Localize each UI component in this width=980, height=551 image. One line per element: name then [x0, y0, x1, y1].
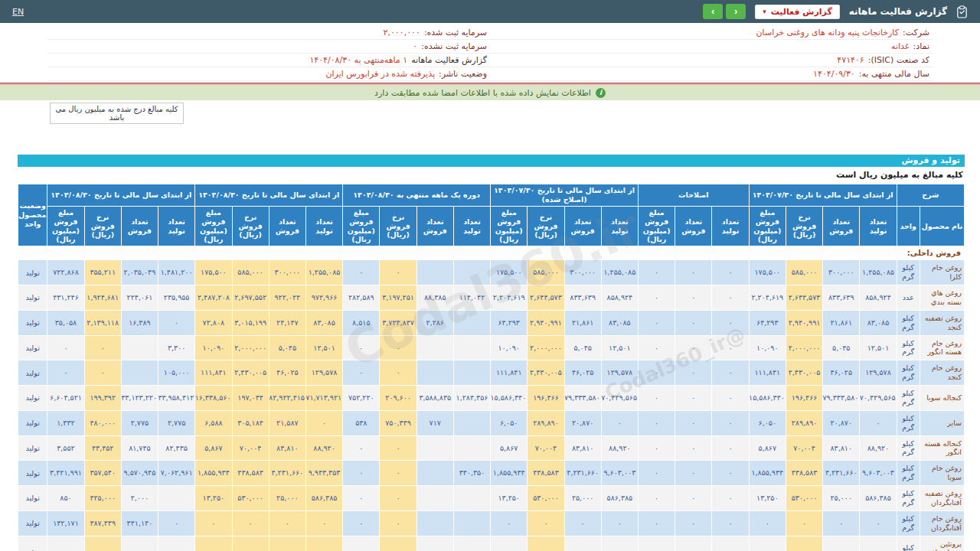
- value-cell: ۸,۵۱۵: [343, 310, 380, 335]
- value-cell: ۱۶,۳۳۸,۵۶۰: [195, 386, 232, 411]
- value-cell: ۳۷۷,۸۸۲: [786, 536, 822, 551]
- unit-cell: کیلو گرم: [897, 410, 920, 435]
- product-name-cell: روغن خام کنجد: [920, 360, 964, 386]
- product-name-header: نام محصول: [920, 206, 964, 246]
- value-cell: ۰: [528, 510, 564, 536]
- status-cell: تولید: [18, 335, 47, 360]
- metric-header: تعداد تولید: [712, 206, 749, 246]
- table-row: کنجاله سویاکیلو گرم۷۰,۴۲۹,۵۶۵۷۹,۳۳۳,۵۸۰۱…: [18, 386, 965, 411]
- value-cell: ۰: [675, 285, 712, 311]
- value-cell: ۰: [712, 285, 749, 311]
- category-label: فروش داخلی:: [18, 246, 965, 260]
- metric-header: نرخ فروش (ریال): [84, 206, 121, 246]
- value-cell: ۲,۶۹۷,۵۵۲: [232, 285, 269, 311]
- info-cell-report-period: گزارش فعالیت ماهانه ۱ ماهه‌منتهی به ۱۴۰۴…: [47, 54, 490, 66]
- value-cell: ۰: [380, 486, 416, 511]
- value-cell: ۰: [823, 510, 860, 536]
- value-cell: ۴,۲۳۱,۶۶۰: [269, 461, 305, 486]
- value-cell: ۰: [305, 510, 342, 536]
- value-cell: ۶۴,۲۹۳: [749, 310, 786, 335]
- value-cell: ۸۲,۴۳۵: [158, 435, 195, 461]
- value-cell: ۱۵,۵۸۶,۳۴۰: [491, 386, 528, 411]
- value-cell: ۵,۰۴۵: [823, 335, 860, 360]
- unit-note-box: کلیه مبالغ درج شده به میلیون ریال می باش…: [50, 103, 184, 124]
- value-cell: ۰: [712, 410, 749, 435]
- value-cell: ۳۰۰,۰۰۰: [564, 260, 601, 285]
- info-value: ۱ ماهه‌منتهی به ۱۴۰۴/۰۸/۳۰: [309, 55, 407, 65]
- value-cell: [453, 260, 490, 285]
- value-cell: ۵۷۲,۳۵۶: [823, 536, 860, 551]
- value-cell: ۵۳۸: [343, 410, 380, 435]
- metric-header: نرخ فروش (ریال): [380, 206, 416, 246]
- info-cell-fiscal-year: سال مالی منتهی به: ۱۴۰۴/۰۹/۳۰: [490, 68, 933, 80]
- value-cell: ۰: [786, 510, 822, 536]
- value-cell: ۲۰۹,۶۰۰: [380, 386, 416, 411]
- production-sales-table: شرحاز ابتدای سال مالی تا تاریخ ۱۴۰۴/۰۷/۳…: [18, 184, 965, 551]
- metric-header: تعداد تولید: [158, 206, 195, 246]
- value-cell: [121, 360, 158, 386]
- table-row: کنجاله هسته انگورکیلو گرم۸۸,۹۲۰۸۳,۸۱۰۷۰,…: [18, 435, 965, 461]
- value-cell: ۱۹۶,۴۶۶: [786, 386, 822, 411]
- status-cell: تولید: [18, 486, 47, 511]
- value-cell: ۸۳,۸۱۰: [564, 435, 601, 461]
- info-value: غدانه: [891, 41, 910, 51]
- value-cell: ۰: [712, 260, 749, 285]
- value-cell: ۸۳,۰۸۵: [601, 310, 638, 335]
- value-cell: ۰: [675, 260, 712, 285]
- next-report-button[interactable]: ‹: [726, 4, 746, 19]
- metric-header: تعداد تولید: [305, 206, 342, 246]
- value-cell: ۰: [269, 510, 305, 536]
- signature-match-banner: i اطلاعات نمایش داده شده با اطلاعات امضا…: [0, 85, 980, 100]
- page-title: گزارش فعالیت ماهانه: [849, 6, 947, 17]
- value-cell: ۵۳۰,۰۰۰: [528, 486, 564, 511]
- value-cell: ۱۲۹,۵۷۸: [601, 360, 638, 386]
- value-cell: ۵۷۲,۳۵۶: [564, 536, 601, 551]
- product-name-cell: روغن خام کلزا: [920, 260, 964, 285]
- value-cell: ۹,۶۰۳,۰۰۳: [601, 461, 638, 486]
- value-cell: ۳۸۱,۰۰۳: [84, 536, 121, 551]
- unit-cell: کیلو گرم: [897, 310, 920, 335]
- value-cell: ۲۵,۰۰۰: [564, 486, 601, 511]
- unit-cell: کیلو گرم: [897, 335, 920, 360]
- value-cell: ۰: [380, 335, 416, 360]
- value-cell: ۲,۲۰۴,۶۱۹: [749, 285, 786, 311]
- value-cell: ۵,۸۶۷: [491, 435, 528, 461]
- value-cell: ۱,۹۲۴,۶۸۱: [84, 285, 121, 311]
- value-cell: ۱۲,۵۰۱: [305, 335, 342, 360]
- value-cell: ۷۹,۳۳۳,۵۸۰: [823, 386, 860, 411]
- value-cell: ۳,۵۵۲: [47, 435, 84, 461]
- value-cell: ۱۵,۵۸۶,۳۴۰: [749, 386, 786, 411]
- value-cell: [158, 486, 195, 511]
- value-cell: ۰: [305, 410, 342, 435]
- value-cell: ۷۹,۳۰۵: [47, 536, 84, 551]
- value-cell: ۱۳,۲۵۰: [491, 486, 528, 511]
- value-cell: ۳,۴۲۱,۹۹۱: [47, 461, 84, 486]
- value-cell: ۰: [712, 435, 749, 461]
- info-cell-unregistered-capital: سرمایه ثبت نشده: ۰: [47, 41, 490, 52]
- value-cell: ۹,۹۴۳,۳۵۳: [305, 461, 342, 486]
- value-cell: ۲,۲۰۴,۶۱۹: [491, 285, 528, 311]
- info-label: نماد:: [913, 41, 929, 51]
- value-cell: ۶۱۹,۴۹۰: [860, 536, 897, 551]
- info-value: پذیرفته شده در فرابورس ایران: [325, 69, 435, 79]
- value-cell: ۲,۹۴۰,۹۹۱: [786, 310, 822, 335]
- period-group-header: از ابتدای سال مالی تا تاریخ ۱۴۰۳/۰۸/۳۰: [47, 184, 195, 207]
- language-toggle-link[interactable]: EN: [12, 7, 24, 17]
- value-cell: ۲۵,۰۰۰: [269, 486, 305, 511]
- prev-report-button[interactable]: ›: [703, 4, 723, 19]
- value-cell: ۰: [675, 335, 712, 360]
- value-cell: ۶,۵۸۸: [195, 410, 232, 435]
- value-cell: ۰: [675, 410, 712, 435]
- status-group-header: وضعیت محصول واحد: [18, 184, 47, 246]
- value-cell: ۵,۸۶۷: [749, 435, 786, 461]
- value-cell: ۸۵۸,۹۲۴: [601, 285, 638, 311]
- value-cell: ۷۰,۰۰۴: [232, 435, 269, 461]
- value-cell: ۰: [675, 461, 712, 486]
- value-cell: ۲۷۱,۸۳۱: [195, 536, 232, 551]
- value-cell: ۱۴۲,۷۹۰: [416, 536, 453, 551]
- unit-cell: کیلو گرم: [897, 260, 920, 285]
- status-cell: تولید: [18, 260, 47, 285]
- report-type-dropdown[interactable]: گزارش فعالیت ▾: [755, 5, 840, 19]
- value-cell: ۸۳,۰۸۵: [305, 310, 342, 335]
- status-cell: تولید: [18, 536, 47, 551]
